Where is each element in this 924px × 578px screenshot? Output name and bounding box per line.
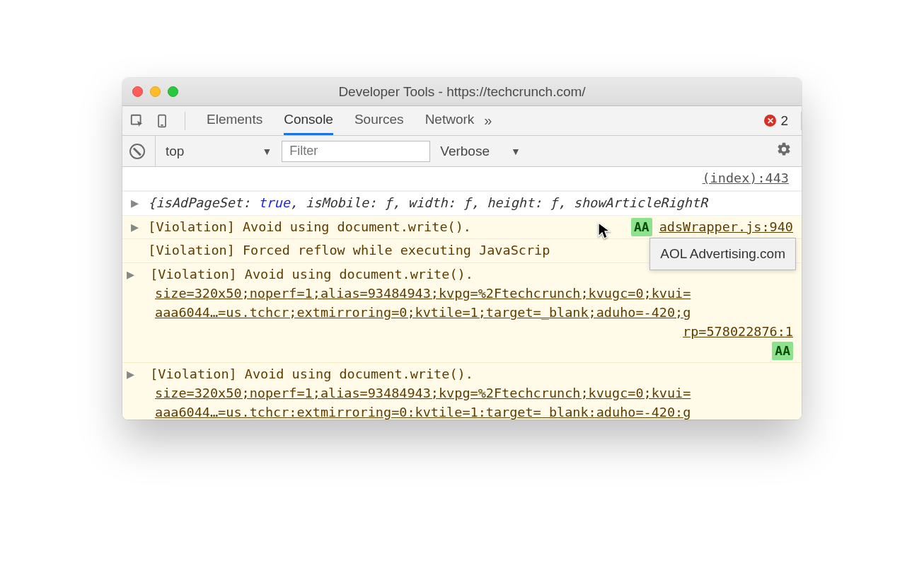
source-link-row: (index):443 (122, 167, 802, 191)
source-link[interactable]: (index):443 (131, 169, 793, 188)
error-badge-icon: ✕ (764, 115, 776, 127)
violation-row: ▶ [Violation] Avoid using document.write… (122, 363, 802, 420)
log-level-selector[interactable]: Verbose ▼ (440, 144, 521, 159)
tabs-overflow-button[interactable]: » (474, 112, 502, 129)
disclosure-triangle-icon[interactable]: ▶ (131, 218, 139, 237)
violation-message: [Violation] Forced reflow while executin… (148, 243, 550, 258)
request-url[interactable]: aaa6044…=us.tchcr:extmirroring=0:kvtile=… (131, 403, 793, 420)
titlebar: Developer Tools - https://techcrunch.com… (122, 78, 802, 106)
badge-tooltip: AOL Advertising.com (649, 238, 796, 270)
window-title: Developer Tools - https://techcrunch.com… (122, 84, 802, 100)
log-level-label: Verbose (440, 144, 490, 159)
violation-message: [Violation] Avoid using document.write()… (150, 366, 473, 381)
thirdparty-badge[interactable]: AA (772, 342, 793, 360)
tab-network[interactable]: Network (425, 106, 475, 135)
request-url[interactable]: size=320x50;noperf=1;alias=93484943;kvpg… (131, 384, 793, 403)
clear-console-icon[interactable] (129, 144, 145, 159)
tab-elements[interactable]: Elements (207, 106, 262, 135)
violation-message: [Violation] Avoid using document.write()… (150, 267, 473, 282)
mouse-cursor-icon (598, 222, 612, 246)
violation-row: ▶ [Violation] Avoid using document.write… (122, 216, 802, 240)
log-row-object: ▶ {isAdPageSet: true, isMobile: ƒ, width… (122, 191, 802, 216)
error-count-value: 2 (780, 113, 788, 129)
chevron-down-icon: ▼ (262, 146, 272, 157)
toggle-device-icon[interactable] (155, 113, 169, 129)
log-object[interactable]: {isAdPageSet: true, isMobile: ƒ, width: … (148, 195, 708, 210)
disclosure-triangle-icon[interactable]: ▶ (131, 194, 139, 213)
request-url[interactable]: size=320x50;noperf=1;alias=93484943;kvpg… (131, 284, 793, 304)
context-label: top (166, 144, 184, 159)
request-url-tail[interactable]: rp=578022876:1 (683, 324, 793, 339)
settings-icon[interactable] (776, 141, 795, 161)
filter-input[interactable] (282, 141, 430, 162)
violation-message: [Violation] Avoid using document.write()… (148, 219, 471, 234)
tab-sources[interactable]: Sources (354, 106, 404, 135)
separator (801, 112, 802, 130)
violation-row: ▶ [Violation] Avoid using document.write… (122, 263, 802, 363)
chevron-down-icon: ▼ (511, 146, 521, 157)
main-tabbar: Elements Console Sources Network » ✕ 2 (122, 106, 802, 136)
separator (185, 112, 185, 130)
context-selector[interactable]: top ▼ (155, 136, 272, 166)
console-filterbar: top ▼ Verbose ▼ (122, 136, 802, 167)
inspect-element-icon[interactable] (129, 113, 145, 129)
source-link[interactable]: adsWrapper.js:940 (659, 218, 793, 237)
thirdparty-badge[interactable]: AA (631, 218, 652, 236)
request-url[interactable]: aaa6044…=us.tchcr;extmirroring=0;kvtile=… (131, 304, 793, 323)
tab-console[interactable]: Console (284, 106, 333, 135)
devtools-window: Developer Tools - https://techcrunch.com… (122, 78, 802, 420)
error-counter[interactable]: ✕ 2 (764, 113, 795, 129)
console-output: (index):443 ▶ {isAdPageSet: true, isMobi… (122, 167, 802, 420)
